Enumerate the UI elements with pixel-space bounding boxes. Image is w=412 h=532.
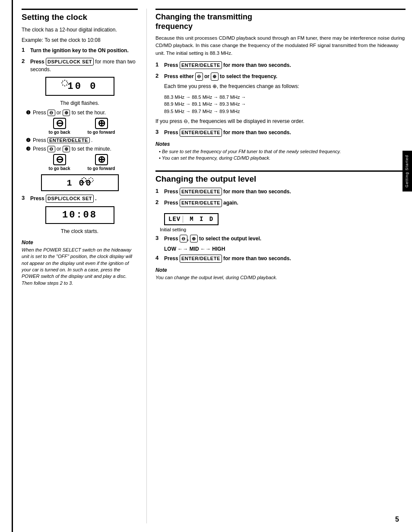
section3-step-4-text: Press ENTER/DELETE for more than two sec… (164, 255, 406, 263)
section3-step-3-text: Press ⊖, ⊕ to select the output level. (164, 235, 406, 243)
freq-line-2: 88.9 MHz → 89.1 MHz → 89.3 MHz → (164, 101, 406, 108)
left-margin (0, 0, 13, 532)
back-arrow: ⊖ to go back (49, 118, 70, 135)
note-section-2: Notes • Be sure to set the frequency of … (155, 141, 406, 162)
sub-step-3: ❸ Press ⊖ or ⊕ to set the minute. ⊖ to g… (26, 146, 138, 171)
enter-delete-btn-s2-1: ENTER/DELETE (180, 61, 222, 69)
section1-example: Example: To set the clock to 10:08 (22, 36, 138, 44)
section2-intro: Because this unit processes CD/MD playba… (155, 35, 406, 57)
right-column: Changing the transmittingfrequency Becau… (147, 9, 412, 523)
sub-step-1-text: Press ⊖ or ⊕ to set the hour. (33, 110, 106, 116)
section3-step-1: 1 Press ENTER/DELETE for more than two s… (155, 188, 406, 196)
section3-step-3: 3 Press ⊖, ⊕ to select the output level. (155, 235, 406, 243)
page-container: Setting the clock The clock has a 12-hou… (0, 0, 412, 532)
section3-step-1-number: 1 (155, 188, 162, 194)
clock-starts: The clock starts. (22, 227, 138, 235)
section3-title: Changing the output level (155, 170, 406, 184)
level-box: LEV M I D (164, 213, 219, 225)
page-number: 5 (395, 516, 399, 523)
forward-label-2: to go forward (88, 166, 115, 171)
section2-step-2: 2 Press either ⊖ or ⊕ to select the freq… (155, 72, 406, 90)
display-box-3: 10:08 (45, 206, 114, 224)
level-display: LEV M I D (164, 213, 219, 225)
back-label: to go back (49, 130, 70, 135)
freq-lines: 88.3 MHz → 88.5 MHz → 88.7 MHz → 88.9 MH… (164, 94, 406, 115)
minus-btn-1: ⊖ (48, 110, 55, 116)
note-section-1: Note When the POWER SELECT switch on the… (22, 239, 138, 286)
arrows-row-2: ⊖ to go back ⊕ to go forward (26, 154, 138, 171)
section2-step-3-text: Press ENTER/DELETE for more than two sec… (164, 129, 406, 137)
section3-step-2-text: Press ENTER/DELETE again. (164, 199, 406, 207)
plus-symbol: ⊕ (95, 118, 108, 129)
display-box-2: 1 0꙰꙰0꙰ (41, 174, 119, 192)
back-arrow-2: ⊖ to go back (49, 154, 70, 171)
step-2-number: 2 (22, 58, 28, 64)
note-text-3: You can change the output level, during … (155, 274, 406, 281)
sub-step-2-bullet: ❷ (26, 137, 31, 143)
step-1-text: Turn the ignition key to the ON position… (30, 47, 138, 54)
forward-arrow-2: ⊕ to go forward (88, 154, 115, 171)
section3-step-2-number: 2 (155, 199, 162, 205)
digit-flashes: The digit flashes. (22, 99, 138, 107)
note-bullet-2-1: • Be sure to set the frequency of your F… (159, 148, 406, 155)
note-section-3: Note You can change the output level, du… (155, 267, 406, 281)
sub-step-3-row: ❸ Press ⊖ or ⊕ to set the minute. (26, 146, 138, 152)
section2-step-3-number: 3 (155, 129, 162, 135)
arrows-row-1: ⊖ to go back ⊕ to go forward (26, 118, 138, 135)
display-box-1: ꙰10 0 (45, 77, 114, 95)
sub-step-2: ❷ Press ENTER/DELETE . (26, 137, 138, 143)
enter-delete-btn-s3-4: ENTER/DELETE (180, 255, 222, 263)
enter-delete-btn-s2-3: ENTER/DELETE (180, 129, 222, 137)
step-2-text: Press DSPL/CLOCK SET for more than two s… (30, 58, 138, 74)
sub-step-2-row: ❷ Press ENTER/DELETE . (26, 137, 138, 143)
sub-step-3-text: Press ⊖ or ⊕ to set the minute. (33, 146, 111, 152)
section2-step-1: 1 Press ENTER/DELETE for more than two s… (155, 61, 406, 69)
section1-intro: The clock has a 12-hour digital indicati… (22, 26, 138, 34)
dspl-clock-set-btn-2: DSPL/CLOCK SET (46, 195, 94, 203)
sub-step-1-bullet: ❶ (26, 110, 31, 116)
section1-title: Setting the clock (22, 9, 138, 22)
plus-btn-s2: ⊕ (211, 72, 219, 81)
plus-btn-1: ⊕ (63, 110, 70, 116)
side-tab: Getting Started (402, 151, 412, 192)
left-column: Setting the clock The clock has a 12-hou… (13, 9, 147, 523)
section3-step-4: 4 Press ENTER/DELETE for more than two s… (155, 255, 406, 263)
initial-setting-label: Initial setting (160, 227, 406, 232)
section2-step-2-text: Press either ⊖ or ⊕ to select the freque… (164, 72, 406, 90)
minus-btn-s2: ⊖ (195, 72, 203, 81)
step-3-number: 3 (22, 195, 28, 201)
step-2: 2 Press DSPL/CLOCK SET for more than two… (22, 58, 138, 74)
minus-symbol: ⊖ (53, 118, 66, 129)
freq-line-3: 89.5 MHz → 89.7 MHz → 89.9 MHz (164, 108, 406, 115)
minus-btn-s3: ⊖ (180, 235, 187, 243)
minus-symbol-2: ⊖ (53, 154, 66, 165)
level-left: LEV (168, 216, 183, 223)
section2-step-3: 3 Press ENTER/DELETE for more than two s… (155, 129, 406, 137)
side-tab-label: Getting Started (405, 155, 409, 188)
note-title-3: Note (155, 267, 406, 273)
enter-delete-btn-s3-2: ENTER/DELETE (180, 199, 222, 207)
note-title-1: Note (22, 239, 138, 246)
freq-line-1: 88.3 MHz → 88.5 MHz → 88.7 MHz → (164, 94, 406, 101)
enter-delete-btn-2: ENTER/DELETE (48, 137, 90, 143)
step-1: 1 Turn the ignition key to the ON positi… (22, 47, 138, 54)
section2-title: Changing the transmittingfrequency (155, 9, 406, 31)
section3-step-1-text: Press ENTER/DELETE for more than two sec… (164, 188, 406, 196)
back-label-2: to go back (49, 166, 70, 171)
low-mid-high: LOW ←→ MID ←→ HIGH (164, 246, 406, 252)
section2-step-2-sub: Each time you press ⊕, the frequencies c… (164, 82, 406, 90)
reverse-note: If you press ⊖, the frequencies will be … (155, 117, 406, 125)
note-text-1: When the POWER SELECT switch on the hide… (22, 247, 138, 286)
level-right: M I D (190, 216, 214, 223)
step-3: 3 Press DSPL/CLOCK SET . (22, 195, 138, 203)
minus-btn-3: ⊖ (48, 146, 55, 152)
forward-arrow: ⊕ to go forward (88, 118, 115, 135)
plus-btn-s3: ⊕ (190, 235, 198, 243)
dspl-clock-set-button: DSPL/CLOCK SET (46, 58, 94, 66)
enter-delete-btn-s3-1: ENTER/DELETE (180, 188, 222, 196)
section2-step-1-number: 1 (155, 61, 162, 68)
plus-btn-3: ⊕ (63, 146, 70, 152)
sub-step-1-row: ❶ Press ⊖ or ⊕ to set the hour. (26, 110, 138, 116)
section3-step-3-number: 3 (155, 235, 162, 241)
plus-symbol-2: ⊕ (95, 154, 108, 165)
